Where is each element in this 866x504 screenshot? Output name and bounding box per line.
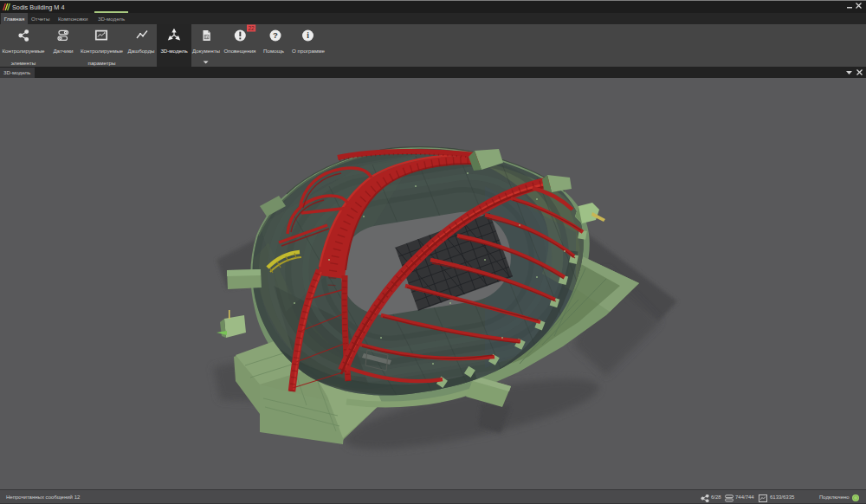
svg-text:22: 22 <box>248 25 255 31</box>
svg-text:i: i <box>307 31 309 40</box>
svg-text:?: ? <box>273 30 278 40</box>
